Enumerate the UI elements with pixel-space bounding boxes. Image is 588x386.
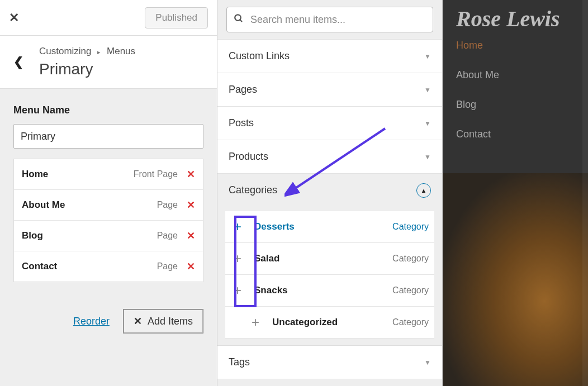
- publish-button[interactable]: Published: [145, 7, 208, 28]
- section-title: Products: [229, 151, 268, 163]
- chevron-down-icon: ▼: [424, 86, 431, 94]
- chevron-down-icon: ▼: [424, 120, 431, 127]
- section-pages[interactable]: Pages ▼: [217, 73, 442, 106]
- menu-name-label: Menu Name: [13, 104, 203, 116]
- menu-item-name: Home: [22, 169, 48, 180]
- breadcrumb-root: Customizing: [39, 46, 92, 56]
- section-categories[interactable]: Categories ▲: [217, 173, 442, 207]
- add-items-label: Add Items: [148, 316, 193, 327]
- section-tags[interactable]: Tags ▼: [217, 345, 442, 379]
- category-item[interactable]: + Salad Category: [225, 243, 434, 275]
- chevron-up-icon: ▲: [416, 183, 431, 198]
- search-icon: [234, 13, 244, 26]
- section-title: Tags: [229, 356, 250, 368]
- category-item[interactable]: + Uncategorized Category: [225, 307, 434, 339]
- add-items-button[interactable]: ✕ Add Items: [123, 309, 203, 333]
- svg-line-1: [240, 20, 242, 22]
- category-name: Uncategorized: [272, 317, 386, 328]
- menu-item-type: Page: [157, 200, 178, 210]
- breadcrumb-mid: Menus: [107, 46, 135, 56]
- reorder-link[interactable]: Reorder: [73, 316, 110, 327]
- breadcrumb-path: Customizing ▸ Menus: [39, 46, 135, 57]
- menu-item-list: Home Front Page✕ About Me Page✕ Blog Pag…: [13, 159, 203, 282]
- category-list: + Desserts Category + Salad Category + S…: [225, 211, 434, 339]
- add-icon[interactable]: +: [227, 283, 248, 298]
- remove-icon[interactable]: ✕: [187, 199, 195, 211]
- add-items-panel: Custom Links ▼ Pages ▼ Posts ▼ Products …: [217, 0, 443, 386]
- menu-item-type: Page: [157, 261, 178, 271]
- menu-item[interactable]: Blog Page✕: [14, 221, 203, 251]
- site-preview: Rose Lewis Home About Me Blog Contact: [443, 0, 588, 386]
- search-box[interactable]: [226, 7, 433, 32]
- page-title: Primary: [39, 60, 135, 78]
- menu-name-input[interactable]: [13, 124, 203, 149]
- chevron-down-icon: ▼: [424, 153, 431, 161]
- top-bar: ✕ Published: [0, 0, 217, 36]
- add-icon[interactable]: +: [245, 314, 265, 330]
- category-name: Snacks: [254, 285, 386, 296]
- chevron-down-icon: ▼: [424, 359, 431, 366]
- category-typelabel: Category: [392, 254, 429, 264]
- section-title: Custom Links: [229, 50, 290, 62]
- category-typelabel: Category: [392, 285, 429, 296]
- menu-actions: Reorder ✕ Add Items: [13, 309, 203, 333]
- close-icon: ✕: [134, 315, 142, 327]
- remove-icon[interactable]: ✕: [187, 168, 195, 180]
- add-icon[interactable]: +: [227, 219, 248, 235]
- section-posts[interactable]: Posts ▼: [217, 106, 442, 140]
- add-icon[interactable]: +: [227, 251, 248, 266]
- section-products[interactable]: Products ▼: [217, 140, 442, 173]
- menu-item[interactable]: Contact Page✕: [14, 251, 203, 282]
- preview-overlay: [443, 0, 588, 386]
- menu-item-name: Blog: [22, 230, 43, 241]
- breadcrumb-sep-icon: ▸: [97, 49, 101, 55]
- section-title: Posts: [229, 117, 254, 129]
- svg-point-0: [235, 15, 241, 21]
- menu-item-name: Contact: [22, 261, 57, 272]
- remove-icon[interactable]: ✕: [187, 230, 195, 242]
- chevron-down-icon: ▼: [424, 53, 431, 60]
- section-custom-links[interactable]: Custom Links ▼: [217, 39, 442, 73]
- search-input[interactable]: [250, 14, 426, 26]
- category-item[interactable]: + Snacks Category: [225, 275, 434, 307]
- section-title: Categories: [229, 184, 277, 196]
- category-name: Desserts: [254, 221, 386, 232]
- menu-item[interactable]: About Me Page✕: [14, 190, 203, 221]
- breadcrumb: ❮ Customizing ▸ Menus Primary: [0, 36, 217, 89]
- back-icon[interactable]: ❮: [13, 55, 23, 69]
- preview-scrollbar[interactable]: [582, 0, 588, 386]
- menu-item-type: Page: [157, 231, 178, 241]
- remove-icon[interactable]: ✕: [187, 260, 195, 273]
- section-title: Pages: [229, 84, 257, 96]
- category-typelabel: Category: [392, 317, 429, 327]
- menu-item-name: About Me: [22, 199, 65, 211]
- category-item[interactable]: + Desserts Category: [225, 211, 434, 243]
- customizer-panel: ✕ Published ❮ Customizing ▸ Menus Primar…: [0, 0, 217, 386]
- category-typelabel: Category: [392, 222, 429, 232]
- close-icon[interactable]: ✕: [9, 11, 19, 25]
- menu-item[interactable]: Home Front Page✕: [14, 159, 203, 190]
- menu-item-type: Front Page: [134, 169, 178, 179]
- category-name: Salad: [254, 253, 386, 264]
